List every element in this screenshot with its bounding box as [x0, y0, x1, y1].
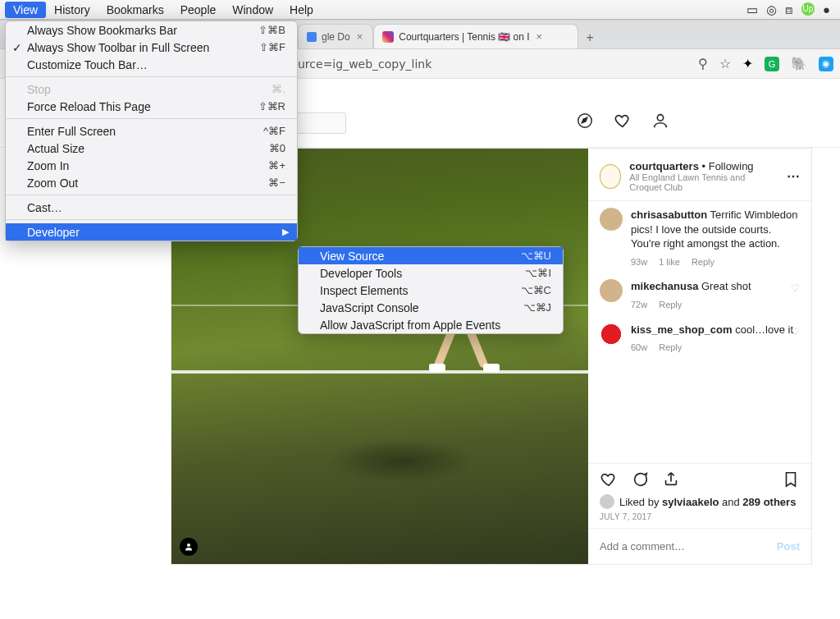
address-bar[interactable] — [298, 57, 688, 71]
comments-list: chrisasabutton Terrific Wimbledon pics! … — [588, 201, 811, 463]
comment-reply[interactable]: Reply — [659, 342, 682, 354]
commenter-username[interactable]: mikechanusa — [631, 280, 698, 292]
menu-separator — [6, 219, 297, 220]
liked-by-user[interactable]: sylviaakelo — [662, 496, 719, 508]
submenu-developer-tools[interactable]: Developer Tools⌥⌘I — [299, 264, 563, 282]
author-username[interactable]: courtquarters — [629, 160, 699, 172]
comment-row: mikechanusa Great shot 72w Reply ♡ — [600, 279, 800, 310]
menu-window[interactable]: Window — [224, 2, 281, 18]
liked-by-prefix: Liked by — [619, 496, 662, 508]
bookmark-star-icon[interactable]: ☆ — [719, 56, 731, 71]
post-date: JULY 7, 2017 — [588, 509, 811, 528]
tab-google-doc[interactable]: gle Do × — [298, 24, 373, 48]
user-menu-icon[interactable]: ● — [823, 2, 830, 17]
post-location[interactable]: All England Lawn Tennis and Croquet Club — [629, 172, 778, 192]
menu-help[interactable]: Help — [281, 2, 322, 18]
like-comment-icon[interactable]: ♡ — [791, 211, 800, 222]
instagram-nav-actions — [576, 112, 669, 134]
comment-row: kiss_me_shop_com cool…love it 60w Reply … — [600, 323, 800, 354]
liker-avatar — [600, 494, 614, 509]
menu-view[interactable]: View — [5, 2, 46, 18]
submenu-inspect-elements[interactable]: Inspect Elements⌥⌘C — [299, 282, 563, 299]
commenter-username[interactable]: kiss_me_shop_com — [631, 323, 733, 336]
liked-by-mid: and — [719, 496, 742, 508]
display-icon[interactable]: ▭ — [746, 2, 758, 17]
search-glyph-icon[interactable]: ⚲ — [698, 56, 708, 71]
comment-likes[interactable]: 1 like — [659, 256, 680, 268]
like-icon[interactable] — [600, 470, 618, 491]
tab-ig-close-icon[interactable]: × — [535, 30, 545, 43]
mac-menubar: View History Bookmarks People Window Hel… — [0, 0, 840, 20]
tagged-people-icon[interactable] — [180, 538, 198, 556]
menu-always-show-bookmarks-bar[interactable]: Always Show Bookmarks Bar⇧⌘B — [6, 21, 297, 39]
menu-separator — [6, 76, 297, 77]
comment-reply[interactable]: Reply — [659, 299, 682, 311]
comment-icon[interactable] — [631, 470, 649, 491]
tab-ig-title: Courtquarters | Tennis 🇬🇧 on I — [399, 31, 529, 43]
menu-developer[interactable]: Developer ▶ — [6, 223, 297, 241]
add-comment-input[interactable] — [600, 540, 777, 553]
likes-summary[interactable]: Liked by sylviaakelo and 289 others — [588, 494, 811, 509]
like-comment-icon[interactable]: ♡ — [791, 326, 800, 337]
developer-submenu: View Source⌥⌘U Developer Tools⌥⌘I Inspec… — [298, 246, 564, 334]
post-more-icon[interactable]: ⋯ — [787, 168, 800, 184]
submenu-allow-js-apple-events[interactable]: Allow JavaScript from Apple Events — [299, 316, 563, 333]
extension-grammarly-icon[interactable]: G — [765, 57, 779, 71]
menu-separator — [6, 118, 297, 119]
add-comment-row: Post — [588, 528, 811, 564]
commenter-avatar[interactable] — [600, 323, 623, 346]
post-action-bar — [588, 463, 811, 494]
new-tab-button[interactable]: + — [578, 27, 601, 48]
menu-zoom-out[interactable]: Zoom Out⌘− — [6, 174, 297, 191]
post-comment-button[interactable]: Post — [777, 540, 800, 553]
dropbox-icon[interactable]: ⧈ — [785, 2, 793, 17]
menu-enter-full-screen[interactable]: Enter Full Screen^⌘F — [6, 122, 297, 140]
creative-cloud-icon[interactable]: ◎ — [766, 2, 777, 17]
profile-icon[interactable] — [651, 112, 669, 134]
submenu-view-source[interactable]: View Source⌥⌘U — [299, 247, 563, 264]
comment-age: 60w — [631, 342, 647, 354]
submenu-javascript-console[interactable]: JavaScript Console⌥⌘J — [299, 299, 563, 316]
tab-doc-favicon — [307, 32, 317, 42]
save-bookmark-icon[interactable] — [782, 470, 800, 491]
commenter-avatar[interactable] — [600, 279, 623, 302]
comment-reply[interactable]: Reply — [692, 256, 714, 268]
view-menu-dropdown: Always Show Bookmarks Bar⇧⌘B ✓ Always Sh… — [5, 21, 298, 241]
check-icon: ✓ — [12, 41, 22, 54]
upwork-icon[interactable]: Up — [801, 2, 815, 16]
menu-actual-size[interactable]: Actual Size⌘0 — [6, 140, 297, 157]
explore-icon[interactable] — [576, 112, 594, 134]
activity-heart-icon[interactable] — [614, 112, 632, 134]
comment-age: 93w — [631, 256, 647, 268]
post-sidebar: courtquarters • Following All England La… — [588, 149, 811, 564]
menu-people[interactable]: People — [172, 2, 225, 18]
menu-history[interactable]: History — [46, 2, 98, 18]
menu-cast[interactable]: Cast… — [6, 199, 297, 216]
menu-separator — [6, 195, 297, 195]
menu-zoom-in[interactable]: Zoom In⌘+ — [6, 157, 297, 174]
comment-text: cool…love it — [735, 323, 793, 336]
svg-point-3 — [187, 543, 190, 547]
toolbar-icons: ⚲ ☆ ✦ G 🐘 ◉ — [698, 56, 833, 71]
extension-figma-icon[interactable]: ✦ — [742, 56, 753, 71]
like-comment-icon[interactable]: ♡ — [791, 282, 800, 294]
menu-always-show-toolbar-fullscreen[interactable]: ✓ Always Show Toolbar in Full Screen⇧⌘F — [6, 39, 297, 56]
menu-force-reload[interactable]: Force Reload This Page⇧⌘R — [6, 98, 297, 115]
commenter-avatar[interactable] — [600, 208, 623, 231]
share-icon[interactable] — [662, 470, 680, 491]
author-avatar[interactable] — [600, 164, 621, 189]
svg-marker-1 — [582, 117, 587, 122]
tab-instagram[interactable]: Courtquarters | Tennis 🇬🇧 on I × — [373, 24, 578, 48]
extension-evernote-icon[interactable]: 🐘 — [791, 56, 807, 71]
liked-by-count[interactable]: 289 others — [742, 496, 796, 508]
extension-feed-icon[interactable]: ◉ — [819, 57, 833, 71]
submenu-arrow-icon: ▶ — [282, 227, 289, 237]
comment-row: chrisasabutton Terrific Wimbledon pics! … — [600, 208, 800, 268]
menu-customize-touch-bar[interactable]: Customize Touch Bar… — [6, 56, 297, 73]
menu-bookmarks[interactable]: Bookmarks — [98, 2, 172, 18]
instagram-favicon — [382, 31, 394, 43]
follow-state[interactable]: Following — [709, 160, 754, 172]
tab-doc-close-icon[interactable]: × — [355, 30, 365, 43]
svg-point-2 — [657, 115, 663, 121]
commenter-username[interactable]: chrisasabutton — [631, 209, 707, 221]
